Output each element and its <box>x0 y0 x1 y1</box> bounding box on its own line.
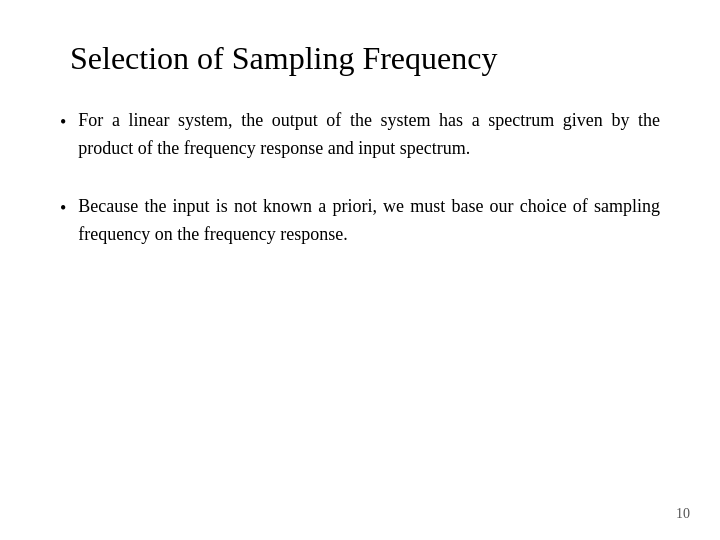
bullet-dot-1: • <box>60 109 66 136</box>
bullet-dot-2: • <box>60 195 66 222</box>
bullet-item-2: • Because the input is not known a prior… <box>60 193 660 249</box>
bullet-text-1: For a linear system, the output of the s… <box>78 107 660 163</box>
page-number: 10 <box>676 506 690 522</box>
slide: Selection of Sampling Frequency • For a … <box>0 0 720 540</box>
slide-title: Selection of Sampling Frequency <box>60 40 660 77</box>
bullet-text-2: Because the input is not known a priori,… <box>78 193 660 249</box>
bullet-item-1: • For a linear system, the output of the… <box>60 107 660 163</box>
content-area: • For a linear system, the output of the… <box>60 107 660 500</box>
